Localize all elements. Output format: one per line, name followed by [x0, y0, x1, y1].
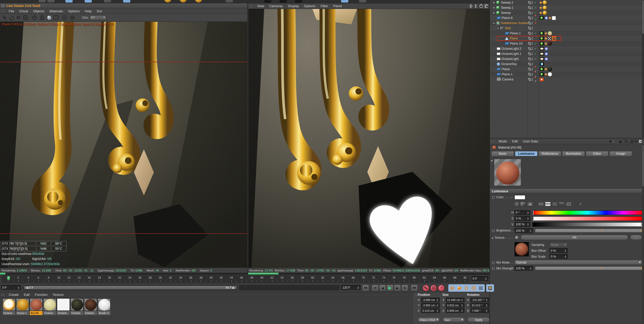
brightness-field[interactable]: 100 %▲▼: [514, 228, 533, 233]
object-row[interactable]: Plane.1✓: [490, 72, 644, 77]
lv-menu-cloud[interactable]: Cloud: [17, 9, 31, 14]
object-name[interactable]: OctaneLight.1: [501, 52, 521, 56]
layer-chip-icon[interactable]: [528, 27, 531, 30]
timeline-secondary-track[interactable]: [239, 285, 340, 290]
material-swatch-label[interactable]: Octane: [3, 311, 15, 315]
visibility-dots-icon[interactable]: [532, 53, 533, 55]
display-tag-icon[interactable]: [540, 72, 544, 76]
channel-dropdown[interactable]: PT▼: [90, 15, 106, 20]
scale-tool-button[interactable]: [456, 285, 463, 291]
blur-scale-field[interactable]: 0 %▲▼: [549, 254, 568, 259]
drag-grip-icon[interactable]: [249, 5, 253, 8]
material-tag-icon[interactable]: [548, 31, 552, 35]
enable-state-icon[interactable]: ✓: [534, 57, 537, 61]
toolbar-icon[interactable]: [65, 0, 73, 3]
toolbar-icon[interactable]: [226, 0, 233, 3]
lv-menu-options[interactable]: Options: [66, 9, 82, 14]
value-field[interactable]: 100 %▲▼: [514, 222, 530, 227]
display-tag-icon[interactable]: [540, 67, 544, 71]
material-swatch-label[interactable]: honey c: [16, 311, 29, 315]
drag-grip-icon[interactable]: [414, 293, 418, 296]
object-name[interactable]: Camera: [502, 78, 513, 81]
vp-menu-options[interactable]: Options: [301, 4, 318, 8]
object-row[interactable]: Plane: [490, 36, 644, 41]
layer-chip-icon[interactable]: [528, 78, 531, 81]
vp-menu-cameras[interactable]: Cameras: [267, 4, 285, 8]
spinner-icon[interactable]: ▲▼: [486, 304, 488, 307]
material-swatch-label[interactable]: Studio S: [98, 311, 111, 315]
visibility-dots-icon[interactable]: [532, 1, 533, 4]
toolbar-icon[interactable]: [264, 0, 271, 3]
color-swatch[interactable]: [514, 195, 525, 200]
layer-chip-icon[interactable]: [528, 16, 531, 19]
phong-tag-icon[interactable]: [540, 12, 542, 14]
mixer-icon[interactable]: [559, 202, 564, 206]
material-preview[interactable]: [494, 159, 521, 186]
expand-icon[interactable]: +: [492, 12, 495, 14]
phong-tag-icon[interactable]: [545, 37, 547, 40]
object-row[interactable]: OctaneLight.2✓: [490, 46, 644, 51]
material-swatch-label[interactable]: Octane: [71, 311, 83, 315]
value-bar[interactable]: [532, 222, 642, 227]
visibility-dots-icon[interactable]: [532, 17, 533, 19]
toolbar-icon[interactable]: [85, 0, 92, 3]
mix-mode-dropdown[interactable]: Normal▼: [514, 260, 642, 265]
collapse-icon[interactable]: −: [497, 27, 499, 30]
mix-strength-radio[interactable]: [492, 267, 495, 270]
blur-offset-field[interactable]: 0 %▲▼: [549, 248, 568, 253]
mat-menu-create[interactable]: Create: [6, 292, 21, 297]
selected-material-tag-icon[interactable]: [552, 36, 556, 40]
white-material-tag-icon[interactable]: [552, 16, 556, 20]
object-name[interactable]: Sweep.1: [501, 6, 513, 9]
phong-tag-icon[interactable]: [549, 17, 551, 19]
vp-menu-view[interactable]: View: [254, 4, 267, 8]
apply-button[interactable]: Apply: [468, 317, 490, 322]
coord-field-position-z[interactable]: 0.123 cm▲▼: [421, 308, 440, 313]
enable-state-icon[interactable]: +: [534, 76, 537, 83]
layer-chip-icon[interactable]: [528, 47, 531, 50]
hue-field[interactable]: 0 °▲▼: [514, 210, 530, 215]
object-row[interactable]: Plane.1✓: [490, 31, 644, 36]
phong-tag-icon[interactable]: [540, 7, 542, 9]
goto-end-button[interactable]: ⏵⏵: [411, 285, 418, 291]
mix-strength-slider[interactable]: [535, 266, 642, 270]
color-spectrum-icon[interactable]: [520, 202, 526, 206]
vp-menu-panel[interactable]: Panel: [331, 4, 344, 8]
keying-options-button[interactable]: ?: [438, 285, 444, 291]
object-name[interactable]: OctaneLight.2: [501, 47, 521, 50]
enable-state-icon[interactable]: ✓: [534, 42, 537, 45]
hue-bar[interactable]: [532, 211, 642, 215]
object-row[interactable]: Plane.10✓: [490, 41, 644, 46]
object-row[interactable]: Camera+: [490, 77, 644, 82]
spinner-icon[interactable]: ▲▼: [436, 309, 439, 312]
prev-key-button[interactable]: ↺: [372, 285, 379, 291]
object-row[interactable]: OctaneLight.1✓: [490, 51, 644, 56]
material-tag-icon[interactable]: [548, 72, 552, 76]
target-tag-icon[interactable]: [545, 52, 548, 56]
material-swatch[interactable]: AS-08: [30, 298, 43, 315]
tab-basic[interactable]: Basic: [491, 151, 514, 156]
material-swatch-label[interactable]: Octane: [43, 311, 56, 315]
uvw-tag-icon[interactable]: [548, 37, 551, 40]
attribute-header-icons[interactable]: [609, 139, 642, 143]
toolbar-icon[interactable]: [195, 0, 202, 3]
drag-grip-icon[interactable]: [1, 293, 5, 296]
material-swatch-label[interactable]: AS-08: [30, 311, 43, 315]
object-name[interactable]: Null: [505, 26, 511, 30]
enable-state-icon[interactable]: ✓: [534, 6, 537, 9]
visibility-dots-icon[interactable]: [532, 63, 533, 65]
toolbar-icon[interactable]: [47, 0, 55, 3]
material-tag-icon[interactable]: [543, 1, 547, 5]
octane-light-tag-icon[interactable]: [540, 57, 544, 61]
enable-state-icon[interactable]: ✓: [534, 47, 537, 50]
coord-field-size-y[interactable]: 0.922 cm▲▼: [446, 303, 464, 308]
mat-menu-edit[interactable]: Edit: [21, 292, 32, 297]
coord-field-size-z[interactable]: 6.808 cm▲▼: [446, 308, 464, 313]
material-swatch-label[interactable]: Octane: [57, 311, 70, 315]
material-tag-icon[interactable]: [548, 67, 552, 71]
object-name[interactable]: Plane: [502, 67, 510, 71]
window-icon[interactable]: [2, 4, 4, 7]
rgb-mode-button[interactable]: RGB: [538, 202, 544, 206]
display-tag-icon[interactable]: [540, 32, 544, 35]
toolbar-icon[interactable]: [180, 0, 187, 3]
